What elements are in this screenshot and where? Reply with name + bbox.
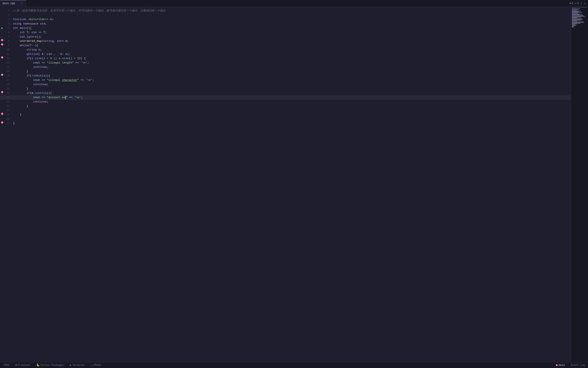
code-line: 18 continue; [0,82,571,87]
breakpoint-area [0,121,4,124]
minimap-line [572,7,587,8]
python-packages-label: Python Packages [41,364,64,367]
code-line: 13 cout << "illegal length" << '\n'; [0,61,571,65]
tab-close-button[interactable]: × [20,2,23,5]
minimap-line [572,15,583,15]
line-content: unordered_map<string, int> m; [11,39,571,43]
packages-icon: 🐍 [36,363,40,367]
line-content: } [11,104,571,108]
line-number: 13 [4,61,11,65]
file-tab-main-cpp[interactable]: main.cpp × [0,0,26,7]
python-packages-button[interactable]: 🐍 Python Packages [35,363,65,367]
code-line: 1 //第一题是判断账号合法性，长度不对有一个输出，符号问题有一个输出，账号被注… [0,9,571,13]
line-content [11,13,571,17]
line-number: 3 [4,17,11,22]
editor-container: 1 //第一题是判断账号合法性，长度不对有一个输出，符号问题有一个输出，账号被注… [0,7,588,362]
line-content: if(!check(s)){ [11,74,571,78]
problems-icon: ⊗ [15,363,17,367]
breakpoint-dot [1,56,3,58]
breakpoint-area [0,91,4,93]
line-content: using namespace std; [11,22,571,26]
run-indicator: ▶ [0,26,4,30]
error-icon: ⊗ [570,2,571,5]
minimap-line [572,10,577,11]
code-line: 3 #include <bits/stdc++.h> [0,17,571,22]
code-line: 16 if(!check(s)){ [0,74,571,78]
minimap-line [572,21,577,21]
line-number: 11 [4,52,11,56]
line-number: 17 [4,78,11,82]
code-line-cursor: 21 cout << "account ex" << '\n'; [0,95,571,100]
line-content: continue; [11,65,571,69]
line-number: 25 [4,113,11,117]
line-content: continue; [11,82,571,87]
editor-main[interactable]: 1 //第一题是判断账号合法性，长度不对有一个输出，符号问题有一个输出，账号被注… [0,7,571,362]
line-number: 10 [4,48,11,52]
minimap-line [572,22,584,23]
top-right-indicators: ⊗ 1 ✓ 1 1 ∧ [570,2,588,5]
line-content: #include <bits/stdc++.h> [11,17,571,22]
cmake-icon: △ [91,363,92,367]
line-number: 14 [4,65,11,69]
breakpoint-dot [1,121,3,124]
line-content: cin.ignore(); [11,35,571,39]
current-function-indicator[interactable]: main [555,363,566,367]
line-content: } [11,113,571,117]
line-content: } [11,87,571,91]
minimap-line [572,25,576,26]
line-number: 22 [4,100,11,104]
code-line: 9 while(T--){ [0,43,571,48]
breakpoint-area [0,39,4,41]
minimap-line [572,11,579,12]
problems-label: Problems [18,364,30,367]
line-number: 4 [4,22,11,26]
cmake-button[interactable]: △ CMake [90,363,102,367]
check-icon: ✓ [575,2,577,5]
todo-button[interactable]: TODO [2,363,11,367]
line-content: string s; [11,48,571,52]
code-area: 1 //第一题是判断账号合法性，长度不对有一个输出，符号问题有一个输出，账号被注… [0,7,571,362]
chevron-up-icon[interactable]: ∧ [584,2,585,5]
line-content: //第一题是判断账号合法性，长度不对有一个输出，符号问题有一个输出，账号被注册过… [11,9,571,13]
code-line: 25 } [0,113,571,117]
terminal-button[interactable]: ▶ Terminal [69,363,86,367]
code-line: 19 } [0,87,571,91]
line-number: 7 [4,35,11,39]
problems-button[interactable]: ⊗ Problems [14,363,32,367]
line-number: 15 [4,69,11,74]
line-content: int T; cin >> T; [11,30,571,35]
todo-label: TODO [3,364,9,367]
minimap-line [572,24,577,24]
bottom-right: main Event Log [555,363,586,367]
terminal-icon: ▶ [70,363,71,367]
breakpoint-area [0,74,4,76]
code-line: 22 continue; [0,100,571,104]
minimap-line [572,19,583,20]
line-count: 1 [581,2,582,5]
minimap-line [572,18,577,18]
cmake-label: CMake [93,364,101,367]
breakpoint-area [0,56,4,58]
code-line: ▶ 5 int main(){ [0,26,571,30]
line-number: 12 [4,56,11,61]
code-line: 4 using namespace std; [0,22,571,26]
main-status-dot [556,364,558,366]
code-line: 2 [0,13,571,17]
line-content [11,108,571,113]
line-number: 1 [4,9,11,13]
code-line: 10 string s; [0,48,571,52]
line-number: 2 [4,13,11,17]
code-line: 24 [0,108,571,113]
line-number: 19 [4,87,11,91]
code-line: 11 getline( &: cin , &: s); [0,52,571,56]
breakpoint-dot [1,113,3,115]
line-number: 24 [4,108,11,113]
minimap-line [572,9,580,9]
code-line: 15 } [0,69,571,74]
error-indicator: ⊗ 1 [570,2,573,5]
current-function-label: main [559,364,565,367]
line-content: cout << "illegal length" << '\n'; [11,61,571,65]
event-log-button[interactable]: Event Log [570,363,586,367]
code-line: 27 } [0,121,571,126]
warning-indicator: ✓ 1 [575,2,579,5]
